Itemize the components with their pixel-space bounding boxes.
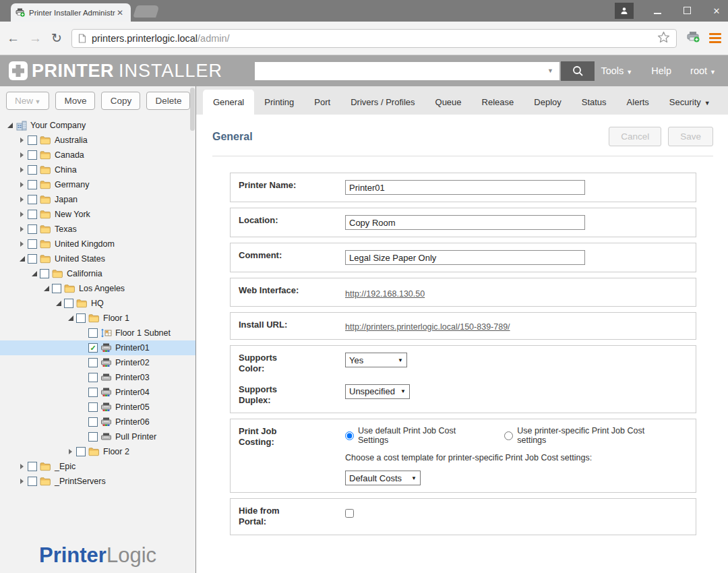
tree-item-printer06[interactable]: Printer06 — [0, 415, 195, 429]
printer-name-input[interactable] — [345, 180, 585, 195]
tree-expander-icon[interactable] — [18, 135, 28, 145]
tree-checkbox[interactable] — [40, 269, 49, 278]
search-input[interactable] — [255, 62, 559, 80]
tree-item-floor-1-subnet[interactable]: Floor 1 Subnet — [0, 326, 195, 340]
browser-menu-icon[interactable] — [709, 33, 721, 43]
tree-expander-icon[interactable] — [18, 195, 28, 204]
tree-checkbox[interactable] — [88, 358, 98, 367]
tree-item-printer05[interactable]: Printer05 — [0, 400, 195, 415]
save-button[interactable]: Save — [668, 127, 713, 146]
tree-checkbox[interactable] — [28, 224, 37, 234]
tab-release[interactable]: Release — [472, 90, 524, 115]
address-bar[interactable]: printers.printerlogic.local/admin/ — [71, 29, 677, 48]
tree-expander-icon[interactable] — [18, 462, 28, 471]
tree-checkbox[interactable] — [88, 417, 98, 427]
tree-checkbox[interactable] — [76, 447, 86, 456]
location-input[interactable] — [345, 215, 585, 230]
tree-checkbox[interactable] — [28, 165, 37, 175]
tab-deploy[interactable]: Deploy — [524, 90, 571, 115]
close-button[interactable]: ✕ — [710, 6, 723, 16]
tree-expander-icon[interactable] — [66, 313, 76, 323]
tree-item-floor-2[interactable]: Floor 2 — [0, 444, 195, 459]
tree-expander-icon[interactable] — [42, 284, 52, 293]
tab-queue[interactable]: Queue — [425, 90, 472, 115]
tree-item-united-kingdom[interactable]: United Kingdom — [0, 237, 195, 251]
move-button[interactable]: Move — [55, 92, 95, 110]
sidebar-scrollbar[interactable] — [190, 88, 195, 131]
tree-item-australia[interactable]: Australia — [0, 133, 195, 148]
tree-item-china[interactable]: China — [0, 162, 195, 177]
reload-icon[interactable]: ↻ — [51, 32, 62, 44]
comment-input[interactable] — [345, 250, 585, 265]
hide-from-portal-checkbox[interactable] — [345, 509, 354, 518]
install-url-link[interactable]: http://printers.printerlogic.local/150-8… — [345, 322, 510, 332]
tree-item-los-angeles[interactable]: Los Angeles — [0, 281, 195, 296]
printer-installer-extension-icon[interactable] — [686, 31, 700, 45]
tab-alerts[interactable]: Alerts — [617, 90, 659, 115]
tree-checkbox[interactable] — [88, 432, 98, 442]
cost-template-select[interactable]: Default Costs▼ — [345, 471, 421, 485]
tree-checkbox[interactable] — [28, 210, 37, 219]
tree-checkbox[interactable] — [28, 462, 37, 471]
tree-checkbox[interactable] — [28, 150, 37, 160]
tree-expander-icon[interactable] — [18, 477, 28, 486]
tree-item-printservers[interactable]: _PrintServers — [0, 474, 195, 489]
tree-expander-icon[interactable] — [66, 447, 76, 456]
tree-item-germany[interactable]: Germany — [0, 177, 195, 192]
tree-expander-icon[interactable] — [18, 254, 28, 264]
tree-checkbox[interactable] — [88, 388, 98, 397]
header-menu-help[interactable]: Help — [651, 65, 671, 76]
header-menu-root[interactable]: root▼ — [690, 65, 716, 76]
tree-expander-icon[interactable] — [18, 180, 28, 189]
tree-item-new-york[interactable]: New York — [0, 207, 195, 222]
tree-item-your-company[interactable]: Your Company — [0, 118, 195, 133]
tree-expander-icon[interactable] — [18, 165, 28, 175]
tree-item-printer04[interactable]: Printer04 — [0, 385, 195, 400]
tree-expander-icon[interactable] — [18, 210, 28, 219]
back-icon[interactable]: ← — [7, 32, 20, 44]
tree-checkbox[interactable] — [28, 135, 37, 145]
bookmark-star-icon[interactable] — [657, 31, 670, 46]
browser-tab[interactable]: Printer Installer Administra ✕ — [11, 3, 131, 22]
delete-button[interactable]: Delete — [146, 92, 190, 110]
tree-expander-icon[interactable] — [30, 269, 40, 278]
tree-checkbox[interactable]: ✓ — [88, 343, 98, 353]
maximize-button[interactable] — [681, 6, 693, 16]
tab-general[interactable]: General — [203, 90, 254, 115]
tree-checkbox[interactable] — [88, 402, 98, 412]
tree-checkbox[interactable] — [88, 373, 98, 382]
forward-icon[interactable]: → — [29, 32, 42, 44]
tree-checkbox[interactable] — [28, 195, 37, 204]
tree-checkbox[interactable] — [76, 313, 86, 323]
tree-item-united-states[interactable]: United States — [0, 251, 195, 266]
supports-duplex-select[interactable]: Unspecified▼ — [345, 384, 410, 399]
use-printer-specific-cost-label[interactable]: Use printer-specific Print Job Cost sett… — [517, 426, 675, 445]
tab-security[interactable]: Security▼ — [659, 90, 721, 115]
tree-checkbox[interactable] — [28, 180, 37, 189]
profile-button[interactable] — [615, 3, 634, 19]
tree-item-hq[interactable]: HQ — [0, 296, 195, 311]
tree-item-printer02[interactable]: Printer02 — [0, 355, 195, 370]
tree-expander-icon[interactable] — [5, 121, 16, 130]
tree-item-printer01[interactable]: ✓ Printer01 — [0, 340, 195, 355]
tree-item-epic[interactable]: _Epic — [0, 459, 195, 474]
use-printer-specific-cost-radio[interactable] — [504, 431, 513, 440]
tree-checkbox[interactable] — [52, 284, 61, 293]
new-button[interactable]: New ▼ — [6, 92, 49, 110]
tree-item-floor-1[interactable]: Floor 1 — [0, 311, 195, 326]
tab-drivers-profiles[interactable]: Drivers / Profiles — [340, 90, 425, 115]
web-interface-link[interactable]: http://192.168.130.50 — [345, 289, 425, 299]
tree-item-pull-printer[interactable]: Pull Printer — [0, 429, 195, 444]
tree-checkbox[interactable] — [64, 299, 73, 308]
tree-expander-icon[interactable] — [54, 299, 64, 308]
tab-close-icon[interactable]: ✕ — [117, 8, 123, 18]
tree-item-texas[interactable]: Texas — [0, 222, 195, 237]
tree-checkbox[interactable] — [88, 328, 98, 338]
search-button[interactable] — [561, 61, 595, 81]
tree-checkbox[interactable] — [28, 239, 37, 249]
new-tab-button[interactable] — [133, 5, 160, 18]
tab-port[interactable]: Port — [304, 90, 340, 115]
use-default-cost-radio[interactable] — [345, 431, 354, 440]
use-default-cost-label[interactable]: Use default Print Job Cost Settings — [358, 426, 488, 445]
tree-expander-icon[interactable] — [18, 150, 28, 160]
